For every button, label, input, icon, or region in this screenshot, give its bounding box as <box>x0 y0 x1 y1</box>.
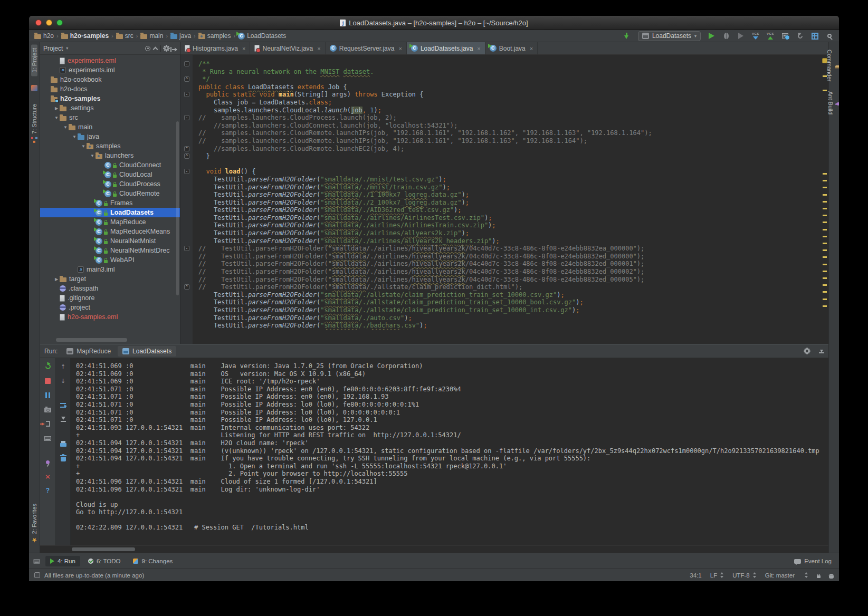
warning-tick-icon[interactable] <box>823 277 827 279</box>
warning-tick-icon[interactable] <box>823 173 827 175</box>
tree-item[interactable]: ▼main <box>40 122 180 132</box>
breadcrumb-item[interactable]: main <box>140 32 163 40</box>
debug-button[interactable] <box>722 31 730 41</box>
close-icon[interactable]: × <box>530 45 533 52</box>
editor-tab[interactable]: NeuralNetViz.java× <box>250 42 325 54</box>
down-button[interactable] <box>59 377 68 385</box>
code-line[interactable]: // samples.launchers.CloudRemote.launchI… <box>180 129 821 137</box>
fold-marker-icon[interactable]: - <box>184 92 189 97</box>
camera-button[interactable] <box>43 405 53 413</box>
code-line[interactable]: - void load() { <box>180 168 821 176</box>
tree-vertical-scrollbar[interactable] <box>176 121 179 295</box>
breadcrumb-item[interactable]: LoadDatasets <box>238 32 286 40</box>
code-line[interactable]: TestUtil.parseFromH2OFolder("smalldata/.… <box>180 214 821 222</box>
undo-button[interactable] <box>796 31 804 41</box>
tree-item[interactable]: .gitignore <box>40 293 180 303</box>
fold-marker-icon[interactable]: ^ <box>184 76 189 82</box>
tree-item[interactable]: h2o-samples.eml <box>40 312 180 322</box>
warning-tick-icon[interactable] <box>823 291 827 293</box>
hide-run-panel-icon[interactable] <box>819 349 824 353</box>
chevron-down-icon[interactable]: ▾ <box>66 46 68 51</box>
close-icon[interactable]: × <box>398 45 402 52</box>
warning-tick-icon[interactable] <box>823 249 827 251</box>
tree-item[interactable]: LoadDatasets <box>40 208 180 217</box>
status-checkbox-icon[interactable] <box>34 572 40 578</box>
tree-item[interactable]: .classpath <box>40 284 180 293</box>
warning-tick-icon[interactable] <box>823 187 827 188</box>
code-line[interactable]: -/** <box>180 60 821 68</box>
warning-tick-icon[interactable] <box>823 194 827 196</box>
code-line[interactable]: -// samples.launchers.CloudProcess.launc… <box>180 114 821 122</box>
search-button[interactable] <box>825 31 834 41</box>
exit-button[interactable] <box>43 419 53 428</box>
code-line[interactable]: // TestUtil.parseFromH2OFolder("smalldat… <box>180 260 821 268</box>
fold-marker-icon[interactable]: - <box>184 115 189 120</box>
print-button[interactable] <box>59 439 68 448</box>
console-horizontal-scrollbar[interactable] <box>72 547 135 551</box>
run-settings-gear-icon[interactable] <box>805 349 809 353</box>
wrap-button[interactable] <box>59 401 68 409</box>
locate-icon[interactable] <box>145 46 150 51</box>
warning-tick-icon[interactable] <box>823 243 827 244</box>
cov-button[interactable] <box>737 31 745 41</box>
tree-item[interactable]: ▶.settings <box>40 103 180 113</box>
tree-item[interactable]: Frames <box>40 198 180 208</box>
code-line[interactable] <box>180 160 821 168</box>
pin-button[interactable] <box>43 458 53 466</box>
code-line[interactable]: ^// TestUtil.parseFromH2OFolder("smallda… <box>180 283 821 291</box>
warning-tick-icon[interactable] <box>823 201 827 203</box>
tree-item[interactable]: CloudConnect <box>40 160 180 170</box>
stripe-tab-7: Structure[interactable]: 7: Structure <box>31 100 37 147</box>
run-tab[interactable]: MapReduce <box>62 346 116 357</box>
tree-arrow-icon[interactable]: ▼ <box>62 125 69 130</box>
minimize-window-button[interactable] <box>46 20 52 26</box>
warning-tick-icon[interactable] <box>823 236 827 237</box>
vcs-down-button[interactable]: VCS <box>751 31 760 41</box>
tree-item[interactable]: experiments.eml <box>40 56 180 65</box>
breadcrumb-item[interactable]: samples <box>198 32 231 40</box>
code-line[interactable]: TestUtil.parseFromH2OFolder("smalldata/.… <box>180 222 821 229</box>
tree-item[interactable]: ▼src <box>40 113 180 122</box>
close-button[interactable] <box>43 472 53 480</box>
tree-item[interactable]: ▶target <box>40 274 180 284</box>
tree-item[interactable]: WebAPI <box>40 255 180 265</box>
code-line[interactable]: TestUtil.parseFromH2OFolder("smalldata/.… <box>180 299 821 306</box>
warning-tick-icon[interactable] <box>823 229 827 230</box>
code-line[interactable]: //samples.launchers.CloudConnect.launch(… <box>180 122 821 130</box>
tree-item[interactable]: ▼java <box>40 132 180 141</box>
code-line[interactable]: TestUtil.parseFromH2OFolder("smalldata/.… <box>180 237 821 245</box>
vcs-branch-widget[interactable]: Git: master <box>765 572 795 579</box>
tree-item[interactable]: MapReduce <box>40 217 180 227</box>
tree-arrow-icon[interactable]: ▼ <box>80 144 87 149</box>
stop-button[interactable] <box>43 377 53 385</box>
monitor-button[interactable] <box>43 434 53 442</box>
code-line[interactable]: ^ } <box>180 152 821 160</box>
spinner-arrows[interactable] <box>803 572 808 578</box>
code-area[interactable]: -/** * Runs a neural network on the MNIS… <box>180 60 821 330</box>
code-line[interactable]: // samples.launchers.CloudRemote.launchI… <box>180 137 821 145</box>
rerun-button[interactable] <box>43 362 53 371</box>
run-configuration-select[interactable]: LoadDatasets▾ <box>638 31 701 41</box>
close-icon[interactable]: × <box>477 45 480 52</box>
code-line[interactable]: TestUtil.parseFromH2OFolder("smalldata/.… <box>180 322 821 330</box>
warning-tick-icon[interactable] <box>823 75 827 77</box>
tree-arrow-icon[interactable]: ▼ <box>53 116 60 120</box>
warning-tick-icon[interactable] <box>823 222 827 223</box>
code-line[interactable]: // TestUtil.parseFromH2OFolder("smalldat… <box>180 253 821 261</box>
toolwindow-tab[interactable]: 4: Run <box>45 556 80 566</box>
toolwindow-tab[interactable]: 6: TODO <box>83 556 126 566</box>
code-line[interactable]: TestUtil.parseFromH2OFolder("smalldata/.… <box>180 184 821 191</box>
code-line[interactable]: TestUtil.parseFromH2OFolder("smalldata/.… <box>180 314 821 322</box>
up-button[interactable] <box>59 362 68 371</box>
code-line[interactable]: TestUtil.parseFromH2OFolder("smalldata/.… <box>180 191 821 199</box>
breadcrumb-item[interactable]: java <box>170 32 191 40</box>
run-tab[interactable]: LoadDatasets <box>118 346 176 357</box>
event-log-button[interactable]: Event Log <box>794 558 835 564</box>
warning-tick-icon[interactable] <box>823 256 827 258</box>
warning-tick-icon[interactable] <box>823 299 827 300</box>
vcs-up-button[interactable]: VCS <box>766 31 775 41</box>
grid-button[interactable] <box>810 31 819 41</box>
code-line[interactable]: // TestUtil.parseFromH2OFolder("smalldat… <box>180 268 821 276</box>
tree-item[interactable]: main3.iml <box>40 265 180 274</box>
code-line[interactable]: TestUtil.parseFromH2OFolder("smalldata/.… <box>180 291 821 299</box>
